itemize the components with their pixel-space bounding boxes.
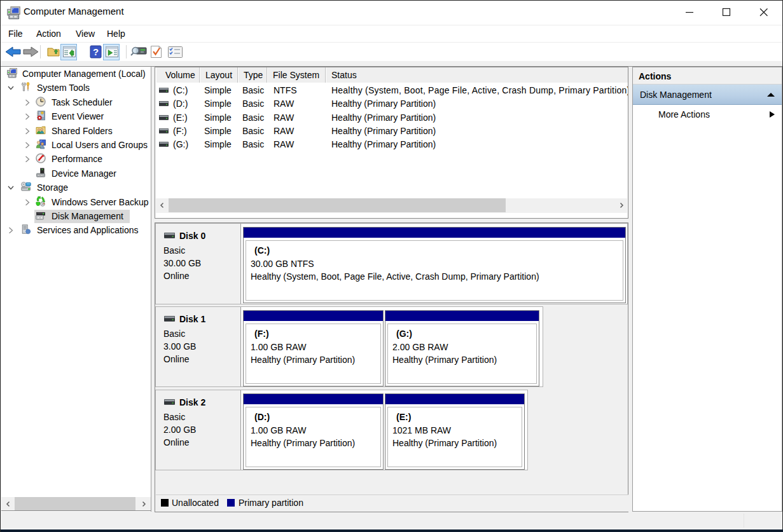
svg-text:?: ?	[93, 46, 99, 57]
